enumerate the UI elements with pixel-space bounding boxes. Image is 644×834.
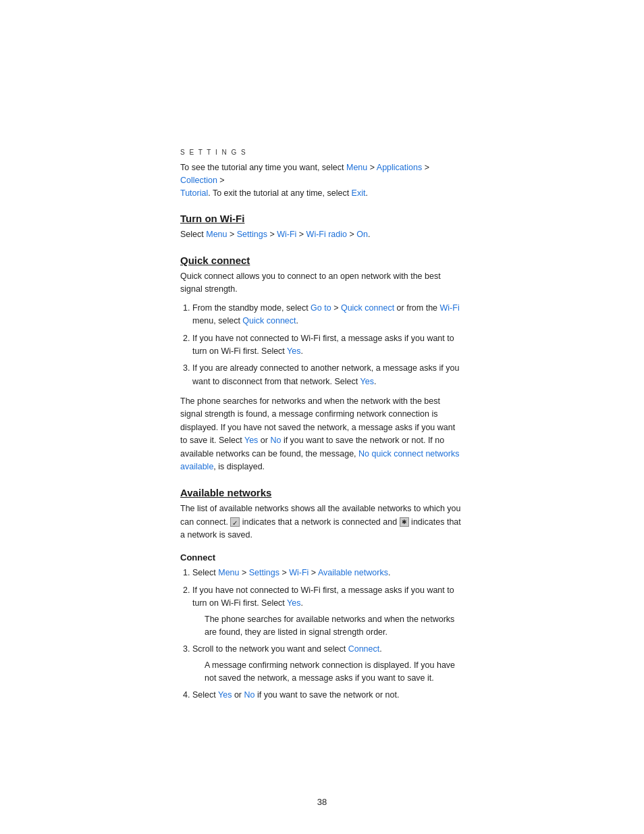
wifi-end: . (368, 230, 370, 239)
connect-step-4: Select Yes or No if you want to save the… (192, 689, 464, 702)
tutorial-link[interactable]: Tutorial (180, 188, 208, 198)
available-networks-description: The list of available networks shows all… (180, 502, 464, 542)
connect-wifi-link[interactable]: Wi-Fi (289, 568, 308, 577)
intro-sep3: > (217, 176, 225, 185)
turn-on-wifi-heading: Turn on Wi-Fi (180, 213, 464, 224)
intro-text-after: . To exit the tutorial at any time, sele… (208, 188, 351, 198)
quick-connect-steps: From the standby mode, select Go to > Qu… (180, 302, 464, 388)
connect-step4-no[interactable]: No (244, 690, 254, 700)
applications-link[interactable]: Applications (377, 163, 422, 172)
quick-connect-step-1: From the standby mode, select Go to > Qu… (192, 302, 464, 328)
connect-step1-before: Select (192, 568, 218, 577)
wifi-settings-link[interactable]: Settings (237, 230, 267, 239)
intro-paragraph: To see the tutorial any time you want, s… (180, 161, 464, 199)
qc-bottom-text4: , is displayed. (213, 462, 265, 471)
qc-yes-link[interactable]: Yes (244, 436, 258, 445)
page: S e t t i n g s To see the tutorial any … (0, 0, 644, 834)
wifi-menu-link[interactable]: Menu (206, 230, 227, 239)
page-number: 38 (317, 797, 327, 807)
connect-subheading: Connect (180, 552, 464, 563)
step1-text-middle: or from the (394, 303, 439, 313)
quick-connect-step-2: If you have not connected to Wi-Fi first… (192, 332, 464, 359)
step3-yes-link[interactable]: Yes (360, 377, 374, 386)
quick-connect-description: Quick connect allows you to connect to a… (180, 270, 464, 296)
wifi-sep3: > (296, 230, 306, 239)
quick-connect-link2[interactable]: Quick connect (242, 316, 296, 325)
step1-sep1: > (331, 303, 341, 313)
step3-text: If you are already connected to another … (192, 363, 459, 386)
section-label: S e t t i n g s (180, 149, 464, 156)
step2-yes-link[interactable]: Yes (287, 346, 300, 356)
connect-step2-text: If you have not connected to Wi-Fi first… (192, 585, 454, 608)
connected-icon: ✓ (230, 517, 240, 527)
step2-text: If you have not connected to Wi-Fi first… (192, 334, 454, 356)
menu-link-intro[interactable]: Menu (346, 163, 367, 172)
intro-text-before: To see the tutorial any time you want, s… (180, 163, 346, 172)
connect-step3-sub: A message confirming network connection … (205, 659, 464, 685)
connect-settings-link[interactable]: Settings (249, 568, 279, 577)
intro-end: . (365, 188, 367, 198)
intro-sep1: > (367, 163, 377, 172)
cs2-end: . (301, 598, 303, 608)
wifi-sep4: > (347, 230, 356, 239)
connect-step-3: Scroll to the network you want and selec… (192, 643, 464, 685)
connect-step2-sub: The phone searches for available network… (205, 613, 464, 640)
quick-connect-link1[interactable]: Quick connect (341, 303, 394, 313)
connect-step-1: Select Menu > Settings > Wi-Fi > Availab… (192, 567, 464, 579)
step3-end: . (374, 377, 376, 386)
connect-steps: Select Menu > Settings > Wi-Fi > Availab… (180, 567, 464, 702)
connect-menu-link[interactable]: Menu (218, 568, 239, 577)
cs1-sep1: > (240, 568, 249, 577)
saved-icon: ✱ (400, 517, 409, 527)
qc-no-link[interactable]: No (270, 436, 281, 445)
connect-step2-yes[interactable]: Yes (287, 598, 300, 608)
cs1-end: . (388, 568, 390, 577)
quick-connect-step-3: If you are already connected to another … (192, 362, 464, 388)
connect-link[interactable]: Connect (348, 644, 380, 654)
avail-desc-icon1-text: indicates that a network is connected an… (240, 517, 399, 527)
quick-connect-bottom: The phone searches for networks and when… (180, 395, 464, 473)
cs1-sep2: > (279, 568, 289, 577)
intro-sep2: > (422, 163, 429, 172)
wifi-menu-step1[interactable]: Wi-Fi (440, 303, 460, 313)
step1-end: . (296, 316, 298, 325)
connect-step4-yes[interactable]: Yes (218, 690, 232, 700)
qc-bottom-text2: or (258, 436, 270, 445)
exit-link[interactable]: Exit (352, 188, 366, 198)
quick-connect-heading: Quick connect (180, 255, 464, 266)
cs4-middle: or (232, 690, 244, 700)
turn-on-wifi-nav: Select Menu > Settings > Wi-Fi > Wi-Fi r… (180, 228, 464, 241)
wifi-sep1: > (227, 230, 237, 239)
nav-select-text: Select (180, 230, 206, 239)
connect-step-2: If you have not connected to Wi-Fi first… (192, 584, 464, 640)
connect-step4-text: Select (192, 690, 218, 700)
available-networks-heading: Available networks (180, 487, 464, 498)
content-area: S e t t i n g s To see the tutorial any … (180, 0, 464, 763)
wifi-on-link[interactable]: On (356, 230, 368, 239)
wifi-sep2: > (267, 230, 277, 239)
connect-available-link[interactable]: Available networks (318, 568, 388, 577)
connect-step3-text: Scroll to the network you want and selec… (192, 644, 348, 654)
step2-end: . (301, 346, 303, 356)
cs3-end: . (379, 644, 381, 654)
cs1-sep3: > (308, 568, 318, 577)
wifi-wifi-link[interactable]: Wi-Fi (277, 230, 296, 239)
step1-text-before: From the standby mode, select (192, 303, 311, 313)
goto-link[interactable]: Go to (311, 303, 331, 313)
collection-link[interactable]: Collection (180, 176, 217, 185)
wifi-radio-link[interactable]: Wi-Fi radio (306, 230, 347, 239)
cs4-end: if you want to save the network or not. (254, 690, 399, 700)
step1-text-after: menu, select (192, 316, 242, 325)
